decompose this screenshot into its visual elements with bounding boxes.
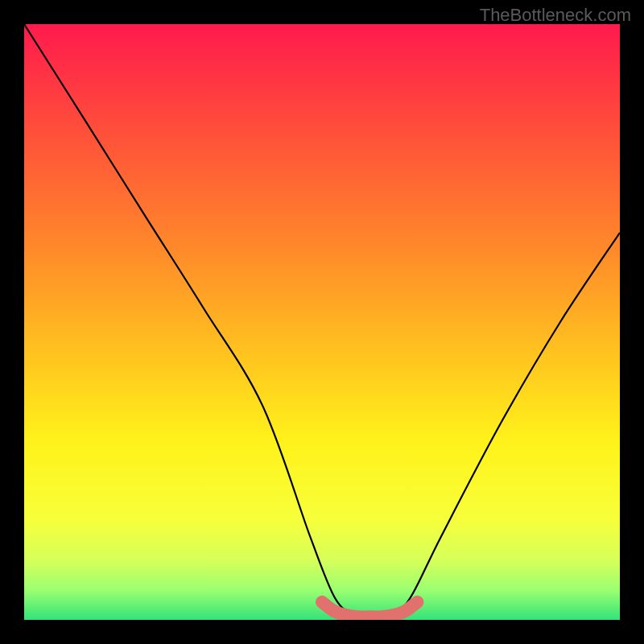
chart-background — [24, 24, 620, 620]
watermark-text: TheBottleneck.com — [480, 5, 631, 26]
chart-area — [24, 24, 620, 620]
chart-svg — [24, 24, 620, 620]
